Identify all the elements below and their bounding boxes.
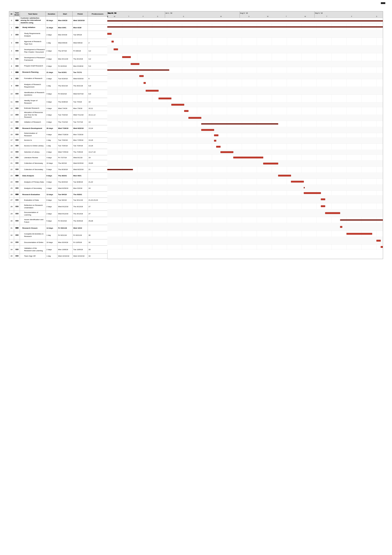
cell-start: Mon 9/24/18 [57, 239, 73, 246]
cell-task-name: Estimate Research [20, 106, 46, 111]
svg-text:T: T [128, 16, 129, 17]
svg-rect-3 [15, 42, 19, 44]
svg-rect-133 [146, 90, 158, 92]
table-row: 10Identification of Research Questions4 … [9, 90, 107, 98]
table-row: 23Data Analysis8 daysThu 8/23/1Mon 9/3/1 [9, 173, 107, 179]
cell-task-name: Research Closure [20, 225, 46, 231]
cell-task-mode [14, 131, 20, 138]
svg-rect-2 [15, 34, 19, 35]
table-row: 18Access to Online Library1 dayTue 7/24/… [9, 143, 107, 149]
cell-task-mode [14, 47, 20, 55]
svg-rect-8 [15, 78, 19, 79]
cell-task-name: Complete All Activities in Research [20, 231, 46, 239]
cell-duration: 1 day [46, 39, 57, 47]
cell-duration: 4 days [46, 98, 57, 106]
cell-id: 6 [9, 63, 14, 69]
cell-duration: 10 days [46, 160, 57, 167]
cell-task-name: Analysis of Research Requirement [20, 82, 46, 90]
cell-finish: Mon 9/3/18 [73, 185, 88, 191]
cell-start: Thu 8/2/18 [57, 160, 73, 167]
svg-rect-4 [15, 50, 19, 51]
cell-predecessors [88, 131, 107, 138]
svg-rect-153 [107, 138, 383, 144]
svg-rect-109 [107, 30, 383, 38]
cell-task-mode [14, 185, 20, 191]
cell-task-mode [14, 191, 20, 198]
cell-task-name: Analysis of Secondary [20, 185, 46, 191]
cell-task-mode [14, 246, 20, 254]
svg-rect-160 [221, 151, 233, 153]
cell-predecessors: 13 [88, 119, 107, 125]
cell-duration: 2 days [46, 211, 57, 217]
table-row: 4Development of Research Plan Charter / … [9, 47, 107, 55]
svg-text:S: S [249, 16, 250, 17]
svg-rect-17 [15, 139, 19, 141]
cell-task-mode [14, 119, 20, 125]
cell-finish: Wed 8/15/18 [73, 160, 88, 167]
cell-task-name: Evaluation of Data [20, 198, 46, 203]
svg-rect-150 [201, 129, 214, 131]
cell-duration: 4 days [46, 131, 57, 138]
cell-finish: Wed 8/1/18 [73, 155, 88, 160]
cell-predecessors [88, 191, 107, 198]
table-row: 31Research Closure14 daysFri 9/21/18Wed … [9, 225, 107, 231]
svg-rect-32 [15, 234, 19, 236]
cell-task-name: Initiation of Research [20, 119, 46, 125]
cell-finish: Wed 6/6/18 [73, 39, 88, 47]
cell-duration: 1 day [46, 143, 57, 149]
table-row: 33Documentation of Entire10 daysMon 9/24… [9, 239, 107, 246]
cell-predecessors: 21,22 [88, 179, 107, 185]
svg-text:F: F [143, 16, 143, 17]
svg-rect-157 [216, 146, 220, 148]
cell-finish: Wed 10/10/18 [73, 254, 88, 259]
cell-task-name: Selection of Library [20, 149, 46, 155]
cell-id: 8 [9, 76, 14, 82]
cell-id: 18 [9, 143, 14, 149]
cell-task-mode [14, 198, 20, 203]
cell-duration: 5 days [46, 167, 57, 173]
svg-rect-28 [15, 206, 19, 207]
cell-id: 15 [9, 125, 14, 131]
cell-task-name: Validation of the Research and Learning [20, 246, 46, 254]
svg-rect-121 [131, 63, 139, 65]
table-row: 27Evaluation of Data6 daysTue 9/4/18Tue … [9, 198, 107, 203]
cell-start: Fri 9/21/18 [57, 225, 73, 231]
svg-rect-170 [107, 173, 383, 179]
svg-rect-172 [278, 175, 291, 176]
cell-start: Fri 9/21/18 [57, 231, 73, 239]
cell-start: Thu 6/7/18 [57, 47, 73, 55]
svg-rect-199 [107, 237, 383, 245]
svg-rect-1 [15, 27, 19, 28]
cell-id: 26 [9, 191, 14, 198]
col-finish-header: Finish [73, 11, 88, 16]
table-row: 35Team Sign Off1 dayWed 10/10/18Wed 10/1… [9, 254, 107, 259]
cell-finish: Wed 7/11/18 [73, 111, 88, 119]
cell-predecessors: 2 [88, 39, 107, 47]
svg-rect-135 [158, 97, 171, 99]
svg-rect-31 [15, 227, 19, 229]
svg-rect-152 [214, 134, 218, 136]
cell-task-name: Study Initiation [20, 25, 46, 31]
cell-finish: Tue 9/11/18 [73, 198, 88, 203]
cell-task-mode [14, 63, 20, 69]
cell-finish: Mon 9/3/1 [73, 173, 88, 179]
cell-task-name: Research Evaluation [20, 191, 46, 198]
cell-id: 10 [9, 90, 14, 98]
cell-predecessors: 27 [88, 203, 107, 211]
cell-task-mode [14, 125, 20, 131]
cell-start: Wed 7/18/18 [57, 125, 73, 131]
cell-start: Wed 7/18/18 [57, 131, 73, 138]
cell-task-name: Development of Research Plan Charter / D… [20, 47, 46, 55]
cell-start: Thu 8/23/18 [57, 179, 73, 185]
cell-task-name: Prepare Draft Research [20, 63, 46, 69]
cell-finish: Mon 7/23/18 [73, 131, 88, 138]
cell-task-mode [14, 179, 20, 185]
svg-rect-187 [107, 209, 383, 217]
cell-start: Tue 6/19/1 [57, 69, 73, 76]
svg-rect-33 [15, 241, 19, 243]
cell-finish: Wed 6/20/18 [73, 76, 88, 82]
cell-id: 33 [9, 239, 14, 246]
svg-rect-128 [139, 75, 143, 77]
svg-rect-191 [340, 219, 383, 221]
cell-predecessors: 5,4 [88, 63, 107, 69]
